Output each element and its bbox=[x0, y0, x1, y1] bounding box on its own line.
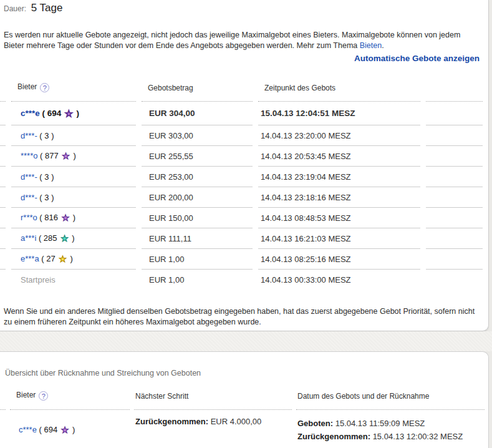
feedback-star-icon: ★ bbox=[65, 109, 73, 119]
row-filler bbox=[426, 146, 483, 167]
row-filler bbox=[426, 228, 483, 249]
retraction-panel: Übersicht über Rücknahme und Streichung … bbox=[0, 351, 489, 448]
header-amount: Gebotsbetrag bbox=[142, 76, 253, 102]
bid-time: 14.04.13 00:33:00 MESZ bbox=[258, 270, 420, 290]
feedback-score: ( 816 ★ ) bbox=[37, 213, 75, 222]
section-divider-band bbox=[0, 331, 492, 351]
row-spacer bbox=[0, 208, 6, 228]
feedback-score: ( 3 ) bbox=[37, 172, 54, 182]
bidder-link[interactable]: d***- bbox=[21, 193, 37, 202]
bid-row: d***- ( 3 )EUR 200,0014.04.13 23:18:16 M… bbox=[0, 187, 483, 208]
bid-time: 14.04.13 08:48:53 MESZ bbox=[258, 208, 420, 228]
row-filler bbox=[426, 125, 483, 146]
header-spacer bbox=[0, 384, 6, 410]
auto-bids-link-row: Automatische Gebote anzeigen bbox=[0, 54, 488, 63]
row-spacer bbox=[0, 146, 6, 167]
bid-amount: EUR 253,00 bbox=[142, 167, 253, 187]
row-spacer bbox=[0, 167, 6, 187]
bid-time: 15.04.13 12:04:51 MESZ bbox=[258, 102, 420, 125]
row-spacer bbox=[0, 249, 6, 270]
row-spacer bbox=[0, 125, 6, 146]
header-time: Zeitpunkt des Gebots bbox=[258, 76, 420, 102]
row-spacer bbox=[0, 228, 6, 249]
duration-row: Dauer: 5 Tage bbox=[0, 2, 488, 14]
bidder-cell: d***- ( 3 ) bbox=[11, 187, 136, 208]
bid-time: 14.04.13 16:21:03 MESZ bbox=[258, 228, 420, 249]
bidder-cell: c***e ( 694 ★ ) bbox=[11, 102, 136, 125]
row-filler bbox=[426, 208, 483, 228]
feedback-star-icon: ★ bbox=[60, 233, 69, 243]
next-step-cell: Zurückgenommen: EUR 4.000,00 bbox=[134, 410, 292, 448]
feedback-score: ( 3 ) bbox=[37, 193, 54, 202]
date-line: Geboten: 15.04.13 11:59:09 MESZ bbox=[297, 417, 484, 430]
bidder-cell: a***i ( 285 ★ ) bbox=[11, 228, 136, 249]
bidder-link[interactable]: a***i bbox=[21, 233, 36, 243]
bid-amount: EUR 255,55 bbox=[142, 146, 253, 167]
feedback-score: ( 694 ★ ) bbox=[37, 425, 75, 434]
bid-info-paragraph: Es werden nur aktuelle Gebote angezeigt,… bbox=[4, 30, 480, 51]
bidder-link[interactable]: d***- bbox=[21, 131, 37, 140]
bieten-link[interactable]: Bieten bbox=[360, 41, 382, 50]
retraction-table: Bieter? Nächster Schritt Datum des Gebot… bbox=[0, 384, 489, 448]
startprice-label: Startpreis bbox=[21, 275, 55, 285]
row-spacer bbox=[0, 270, 6, 290]
date-line: Zurückgenommen: 15.04.13 12:00:32 MESZ bbox=[297, 430, 484, 443]
bidder-link[interactable]: c***e bbox=[19, 425, 37, 434]
duration-label: Dauer: bbox=[4, 4, 26, 13]
bid-row: c***e ( 694 ★ )EUR 304,0015.04.13 12:04:… bbox=[0, 102, 483, 125]
bid-info-suffix: . bbox=[382, 41, 383, 50]
duration-value: 5 Tage bbox=[31, 2, 63, 14]
bidder-link[interactable]: d***- bbox=[21, 172, 37, 182]
show-automatic-bids-link[interactable]: Automatische Gebote anzeigen bbox=[354, 54, 480, 63]
bidder-cell: d***- ( 3 ) bbox=[11, 167, 136, 187]
row-filler bbox=[426, 187, 483, 208]
bidder-cell: r***o ( 816 ★ ) bbox=[11, 208, 136, 228]
header-bidder: Bieter? bbox=[10, 384, 130, 410]
bidder-link[interactable]: e***a bbox=[21, 254, 39, 263]
date-line-label: Zurückgenommen: bbox=[297, 432, 370, 441]
bidder-link[interactable]: ****o bbox=[21, 151, 37, 160]
feedback-star-icon: ★ bbox=[61, 425, 69, 435]
startprice-row: StartpreisEUR 1,0014.04.13 00:33:00 MESZ bbox=[0, 270, 483, 290]
bid-amount: EUR 304,00 bbox=[142, 102, 253, 125]
help-icon[interactable]: ? bbox=[40, 83, 49, 92]
bidder-link[interactable]: r***o bbox=[21, 213, 37, 222]
row-filler bbox=[426, 270, 483, 290]
bid-row: a***i ( 285 ★ )EUR 111,1114.04.13 16:21:… bbox=[0, 228, 483, 249]
row-spacer bbox=[0, 102, 6, 125]
bidder-link[interactable]: c***e bbox=[21, 109, 40, 118]
feedback-score: ( 694 ★ ) bbox=[40, 109, 79, 118]
bid-time: 14.04.13 20:53:45 MESZ bbox=[258, 146, 420, 167]
header-spacer bbox=[0, 76, 6, 102]
feedback-star-icon: ★ bbox=[62, 213, 70, 223]
help-icon[interactable]: ? bbox=[39, 391, 48, 401]
header-next-step: Nächster Schritt bbox=[134, 384, 292, 410]
row-filler bbox=[426, 167, 483, 187]
bidder-cell: e***a ( 27 ★ ) bbox=[11, 249, 136, 270]
bid-row: r***o ( 816 ★ )EUR 150,0014.04.13 08:48:… bbox=[0, 208, 483, 228]
row-filler bbox=[426, 249, 483, 270]
retraction-header-row: Bieter? Nächster Schritt Datum des Gebot… bbox=[0, 384, 485, 410]
bidder-cell: ****o ( 877 ★ ) bbox=[11, 146, 136, 167]
retraction-row: c***e ( 694 ★ )Zurückgenommen: EUR 4.000… bbox=[0, 410, 485, 448]
bid-history-panel: Dauer: 5 Tage Es werden nur aktuelle Geb… bbox=[0, 0, 489, 331]
bid-time: 14.04.13 08:25:16 MESZ bbox=[258, 249, 420, 270]
priority-note: Wenn Sie und ein anderes Mitglied densel… bbox=[4, 306, 480, 327]
bid-table-header-row: Bieter? Gebotsbetrag Zeitpunkt des Gebot… bbox=[0, 76, 483, 102]
bidder-cell: c***e ( 694 ★ ) bbox=[10, 410, 130, 448]
bid-amount: EUR 303,00 bbox=[142, 125, 253, 146]
feedback-score: ( 285 ★ ) bbox=[36, 233, 74, 243]
bidder-cell: Startpreis bbox=[11, 270, 136, 290]
date-line-label: Geboten: bbox=[297, 419, 333, 428]
bid-row: d***- ( 3 )EUR 253,0014.04.13 23:19:04 M… bbox=[0, 167, 483, 187]
bid-amount: EUR 1,00 bbox=[142, 270, 253, 290]
bid-amount: EUR 200,00 bbox=[142, 187, 253, 208]
feedback-score: ( 3 ) bbox=[37, 131, 54, 140]
row-spacer bbox=[0, 410, 6, 448]
date-cell: Geboten: 15.04.13 11:59:09 MESZZurückgen… bbox=[296, 410, 485, 448]
bid-row: ****o ( 877 ★ )EUR 255,5514.04.13 20:53:… bbox=[0, 146, 483, 167]
header-date: Datum des Gebots und der Rücknahme bbox=[296, 384, 485, 410]
bid-row: d***- ( 3 )EUR 303,0014.04.13 23:20:00 M… bbox=[0, 125, 483, 146]
bidder-cell: d***- ( 3 ) bbox=[11, 125, 136, 146]
header-filler bbox=[426, 76, 483, 102]
